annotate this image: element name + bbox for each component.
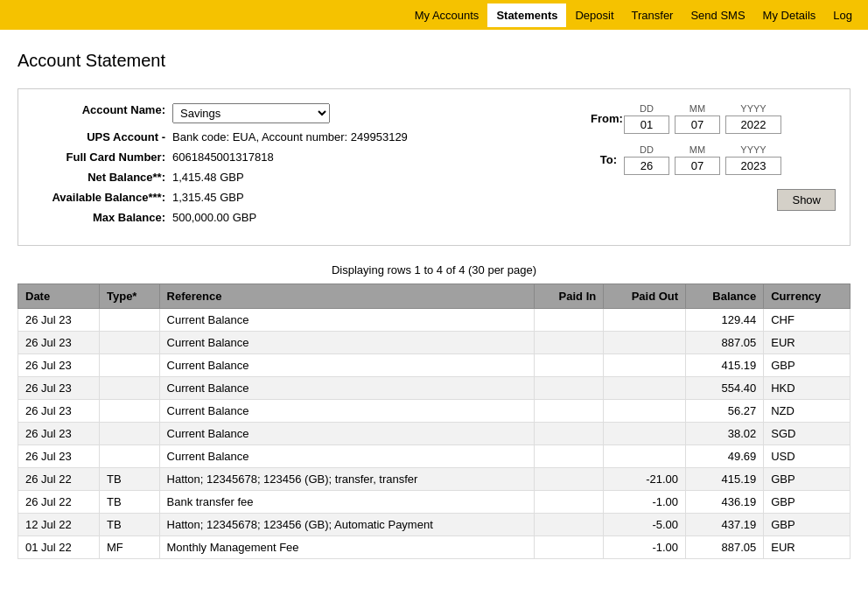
table-row: 12 Jul 22 TB Hatton; 12345678; 123456 (G… [18,514,850,536]
to-dd-group: DD [624,144,669,175]
from-label: From: [591,112,617,125]
cell-date: 26 Jul 22 [18,491,100,514]
cell-paid-out: -1.00 [604,536,686,559]
cell-type [99,332,159,354]
cell-balance: 415.19 [686,468,764,491]
nav-transfer[interactable]: Transfer [623,9,682,22]
cell-currency: SGD [764,423,850,445]
cell-balance: 437.19 [686,514,764,536]
nav-log[interactable]: Log [824,9,861,22]
cell-paid-in [534,468,603,491]
cell-paid-out [604,423,686,445]
col-reference: Reference [159,284,534,309]
cell-currency: USD [764,445,850,468]
from-dd-input[interactable] [624,116,669,134]
ups-account-value: Bank code: EUA, Account number: 24995312… [172,130,408,144]
table-body: 26 Jul 23 Current Balance 129.44 CHF 26 … [18,309,850,559]
cell-paid-out [604,309,686,332]
account-name-select[interactable]: Savings [172,103,330,123]
cell-balance: 436.19 [686,491,764,514]
to-yyyy-header: YYYY [740,144,766,155]
cell-reference: Current Balance [159,354,534,377]
table-row: 26 Jul 23 Current Balance 49.69 USD [18,445,850,468]
cell-paid-out [604,400,686,423]
cell-paid-out [604,354,686,377]
col-date: Date [18,284,100,309]
date-range-panel: From: DD MM YYYY T [591,103,836,231]
avail-balance-row: Available Balance***: 1,315.45 GBP [32,191,556,204]
cell-reference: Current Balance [159,445,534,468]
cell-type: MF [99,536,159,559]
to-yyyy-input[interactable] [725,157,781,175]
cell-reference: Hatton; 12345678; 123456 (GB); transfer,… [159,468,534,491]
cell-balance: 38.02 [686,423,764,445]
cell-currency: HKD [764,377,850,400]
from-yyyy-input[interactable] [725,116,781,134]
cell-type [99,445,159,468]
account-name-label: Account Name: [32,103,172,116]
to-dd-input[interactable] [624,157,669,175]
from-mm-input[interactable] [675,116,720,134]
cell-currency: GBP [764,514,850,536]
table-row: 26 Jul 23 Current Balance 415.19 GBP [18,354,850,377]
account-name-value[interactable]: Savings [172,103,330,123]
cell-paid-out [604,332,686,354]
cell-paid-in [534,491,603,514]
cell-paid-out [604,377,686,400]
nav-statements[interactable]: Statements [487,4,566,27]
main-content: Account Statement Account Name: Savings … [0,30,868,580]
from-dd-header: DD [640,103,654,114]
show-button[interactable]: Show [777,189,836,211]
account-name-row: Account Name: Savings [32,103,556,123]
table-row: 26 Jul 22 TB Hatton; 12345678; 123456 (G… [18,468,850,491]
to-yyyy-group: YYYY [725,144,781,175]
cell-date: 12 Jul 22 [18,514,100,536]
to-row: To: DD MM YYYY [591,144,836,175]
cell-date: 26 Jul 23 [18,423,100,445]
page-title: Account Statement [18,51,850,71]
cell-reference: Current Balance [159,423,534,445]
nav-my-accounts[interactable]: My Accounts [406,9,488,22]
table-row: 26 Jul 22 TB Bank transfer fee -1.00 436… [18,491,850,514]
cell-balance: 887.05 [686,536,764,559]
cell-reference: Current Balance [159,309,534,332]
net-balance-row: Net Balance**: 1,415.48 GBP [32,171,556,184]
cell-paid-out: -5.00 [604,514,686,536]
cell-paid-in [534,514,603,536]
cell-currency: EUR [764,536,850,559]
col-balance: Balance [686,284,764,309]
cell-reference: Bank transfer fee [159,491,534,514]
avail-balance-value: 1,315.45 GBP [172,191,244,204]
cell-type: TB [99,468,159,491]
cell-type: TB [99,514,159,536]
cell-reference: Current Balance [159,400,534,423]
nav-deposit[interactable]: Deposit [566,9,622,22]
ups-account-label: UPS Account - [32,130,172,144]
cell-date: 26 Jul 23 [18,309,100,332]
pagination-text: Displaying rows 1 to 4 of 4 (30 per page… [18,263,850,276]
cell-date: 26 Jul 23 [18,400,100,423]
cell-balance: 49.69 [686,445,764,468]
cell-paid-in [534,377,603,400]
card-number-label: Full Card Number: [32,150,172,164]
to-mm-input[interactable] [675,157,720,175]
cell-paid-in [534,423,603,445]
ups-account-row: UPS Account - Bank code: EUA, Account nu… [32,130,556,144]
table-row: 26 Jul 23 Current Balance 38.02 SGD [18,423,850,445]
cell-type [99,423,159,445]
card-number-value: 6061845001317818 [172,150,274,164]
nav-send-sms[interactable]: Send SMS [682,9,753,22]
to-label: To: [591,153,617,166]
cell-currency: GBP [764,468,850,491]
cell-type [99,400,159,423]
max-balance-row: Max Balance: 500,000.00 GBP [32,211,556,224]
cell-paid-out [604,445,686,468]
cell-date: 01 Jul 22 [18,536,100,559]
to-mm-header: MM [690,144,705,155]
cell-type: TB [99,491,159,514]
col-type: Type* [99,284,159,309]
cell-paid-in [534,400,603,423]
nav-my-details[interactable]: My Details [754,9,825,22]
col-paid-out: Paid Out [604,284,686,309]
table-row: 01 Jul 22 MF Monthly Management Fee -1.0… [18,536,850,559]
